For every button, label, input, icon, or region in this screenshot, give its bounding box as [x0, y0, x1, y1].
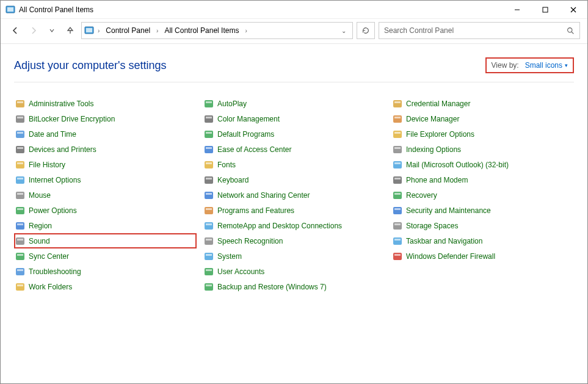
up-button[interactable]	[63, 23, 78, 38]
cp-item-sound[interactable]: Sound	[14, 233, 197, 248]
cp-item-label: Color Management	[217, 115, 280, 123]
cp-item-system[interactable]: System	[203, 248, 385, 264]
cp-item-ease-of-access-center[interactable]: Ease of Access Center	[203, 142, 385, 157]
phone-icon	[393, 175, 402, 185]
svg-rect-7	[86, 28, 92, 32]
svg-rect-78	[393, 222, 402, 230]
cp-item-file-history[interactable]: File History	[14, 157, 197, 172]
content-area: Adjust your computer's settings View by:…	[1, 44, 587, 294]
svg-rect-22	[16, 192, 24, 199]
cp-item-security-and-maintenance[interactable]: Security and Maintenance	[391, 203, 574, 218]
cp-item-storage-spaces[interactable]: Storage Spaces	[391, 218, 574, 233]
chevron-right-icon[interactable]: ›	[96, 27, 101, 34]
svg-rect-29	[17, 239, 23, 241]
cp-item-label: Keyboard	[217, 176, 249, 184]
svg-rect-13	[17, 117, 23, 118]
svg-rect-59	[206, 269, 212, 271]
svg-rect-38	[205, 115, 213, 123]
cp-item-phone-and-modem[interactable]: Phone and Modem	[391, 172, 574, 187]
troubleshoot-icon	[15, 267, 25, 277]
cp-item-mouse[interactable]: Mouse	[14, 187, 197, 203]
cp-item-label: Mouse	[29, 191, 51, 200]
breadcrumb-control-panel[interactable]: Control Panel	[103, 25, 153, 36]
header-row: Adjust your computer's settings View by:…	[14, 54, 574, 82]
forward-button[interactable]	[26, 23, 41, 38]
view-by-group: View by: Small icons ▾	[485, 57, 575, 73]
view-by-dropdown[interactable]: Small icons ▾	[525, 61, 568, 70]
cp-item-remoteapp-and-desktop-connections[interactable]: RemoteApp and Desktop Connections	[203, 218, 385, 233]
svg-rect-63	[394, 101, 401, 103]
svg-rect-11	[17, 101, 23, 103]
refresh-button[interactable]	[357, 22, 375, 39]
sync-icon	[15, 252, 25, 261]
cp-item-programs-and-features[interactable]: Programs and Features	[203, 203, 385, 218]
cp-item-label: Sound	[29, 237, 50, 245]
cp-item-administrative-tools[interactable]: Administrative Tools	[14, 96, 197, 111]
cp-item-work-folders[interactable]: Work Folders	[14, 279, 197, 294]
sound-icon	[15, 236, 25, 246]
speech-icon	[204, 236, 214, 246]
cp-item-label: Programs and Features	[217, 206, 294, 215]
maximize-button[interactable]	[531, 1, 559, 19]
file-history-icon	[15, 160, 25, 170]
address-bar[interactable]: › Control Panel › All Control Panel Item…	[81, 22, 353, 39]
svg-rect-44	[205, 161, 213, 168]
svg-rect-72	[393, 176, 402, 184]
cp-item-color-management[interactable]: Color Management	[203, 111, 385, 126]
address-dropdown-button[interactable]: ⌄	[338, 27, 350, 34]
cp-item-keyboard[interactable]: Keyboard	[203, 172, 385, 187]
chevron-right-icon[interactable]: ›	[244, 27, 248, 34]
svg-rect-52	[205, 222, 213, 230]
cp-item-fonts[interactable]: Fonts	[203, 157, 385, 172]
cp-item-label: Taskbar and Navigation	[406, 237, 482, 245]
cp-item-label: Administrative Tools	[29, 100, 94, 108]
cp-item-recovery[interactable]: Recovery	[391, 187, 574, 203]
cp-item-bitlocker-drive-encryption[interactable]: BitLocker Drive Encryption	[14, 111, 197, 126]
cp-item-label: Region	[29, 222, 52, 230]
svg-rect-41	[206, 132, 212, 134]
svg-rect-40	[205, 131, 213, 138]
breadcrumb-all-items[interactable]: All Control Panel Items	[162, 25, 241, 36]
back-button[interactable]	[8, 23, 23, 38]
cp-item-date-and-time[interactable]: Date and Time	[14, 126, 197, 142]
search-input[interactable]: Search Control Panel	[379, 22, 580, 39]
cp-item-sync-center[interactable]: Sync Center	[14, 248, 197, 264]
cp-item-device-manager[interactable]: Device Manager	[391, 111, 574, 126]
cp-item-label: Default Programs	[217, 130, 274, 139]
cp-item-default-programs[interactable]: Default Programs	[203, 126, 385, 142]
work-folders-icon	[15, 282, 25, 292]
cp-item-troubleshooting[interactable]: Troubleshooting	[14, 264, 197, 279]
backup-icon	[204, 282, 214, 292]
cp-item-internet-options[interactable]: Internet Options	[14, 172, 197, 187]
cp-item-label: Sync Center	[29, 252, 69, 261]
cp-item-taskbar-and-navigation[interactable]: Taskbar and Navigation	[391, 233, 574, 248]
cp-item-network-and-sharing-center[interactable]: Network and Sharing Center	[203, 187, 385, 203]
cp-item-speech-recognition[interactable]: Speech Recognition	[203, 233, 385, 248]
svg-rect-27	[17, 223, 23, 225]
cp-item-power-options[interactable]: Power Options	[14, 203, 197, 218]
minimize-button[interactable]	[503, 1, 531, 19]
cp-item-autoplay[interactable]: AutoPlay	[203, 96, 385, 111]
cp-item-indexing-options[interactable]: Indexing Options	[391, 142, 574, 157]
cp-item-credential-manager[interactable]: Credential Manager	[391, 96, 574, 111]
network-icon	[204, 190, 214, 200]
cp-item-mail-microsoft-outlook-32-bit[interactable]: Mail (Microsoft Outlook) (32-bit)	[391, 157, 574, 172]
cp-item-label: Fonts	[217, 161, 236, 169]
chevron-right-icon[interactable]: ›	[155, 27, 159, 34]
svg-rect-35	[17, 284, 23, 286]
svg-rect-73	[394, 178, 401, 179]
system-icon	[204, 252, 214, 261]
cp-item-region[interactable]: Region	[14, 218, 197, 233]
cp-item-user-accounts[interactable]: User Accounts	[203, 264, 385, 279]
cp-item-file-explorer-options[interactable]: File Explorer Options	[391, 126, 574, 142]
svg-rect-33	[17, 269, 23, 271]
keyboard-icon	[204, 175, 214, 185]
cp-item-backup-and-restore-windows-7[interactable]: Backup and Restore (Windows 7)	[203, 279, 385, 294]
close-button[interactable]	[559, 1, 587, 19]
indexing-icon	[393, 145, 402, 154]
cp-item-windows-defender-firewall[interactable]: Windows Defender Firewall	[391, 248, 574, 264]
recent-locations-button[interactable]	[45, 23, 59, 38]
cp-item-devices-and-printers[interactable]: Devices and Printers	[14, 142, 197, 157]
cp-item-label: RemoteApp and Desktop Connections	[217, 222, 342, 230]
cp-item-label: Indexing Options	[406, 145, 461, 154]
